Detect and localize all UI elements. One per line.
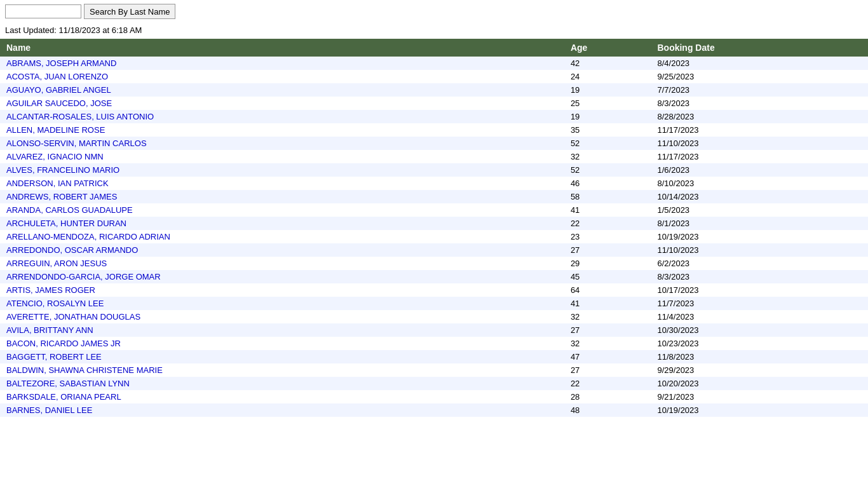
table-row: BARNES, DANIEL LEE4810/19/2023 — [0, 403, 868, 417]
inmate-link[interactable]: AVILA, BRITTANY ANN — [6, 325, 93, 335]
cell-name: ACOSTA, JUAN LORENZO — [0, 70, 564, 83]
cell-age: 19 — [564, 83, 651, 97]
table-row: ALCANTAR-ROSALES, LUIS ANTONIO198/28/202… — [0, 110, 868, 123]
inmate-link[interactable]: AGUILAR SAUCEDO, JOSE — [6, 98, 112, 108]
table-row: ARTIS, JAMES ROGER6410/17/2023 — [0, 283, 868, 297]
table-row: BACON, RICARDO JAMES JR3210/23/2023 — [0, 337, 868, 350]
cell-age: 64 — [564, 283, 651, 297]
cell-booking-date: 9/29/2023 — [651, 363, 868, 377]
cell-booking-date: 8/28/2023 — [651, 110, 868, 123]
cell-booking-date: 8/3/2023 — [651, 97, 868, 110]
inmate-link[interactable]: ARANDA, CARLOS GUADALUPE — [6, 205, 133, 215]
cell-booking-date: 9/21/2023 — [651, 390, 868, 403]
cell-name: AVILA, BRITTANY ANN — [0, 323, 564, 337]
table-row: ARANDA, CARLOS GUADALUPE411/5/2023 — [0, 203, 868, 217]
inmate-link[interactable]: BALTEZORE, SABASTIAN LYNN — [6, 379, 130, 388]
cell-booking-date: 7/7/2023 — [651, 83, 868, 97]
inmate-link[interactable]: ALVES, FRANCELINO MARIO — [6, 165, 119, 175]
cell-age: 35 — [564, 123, 651, 137]
cell-age: 32 — [564, 310, 651, 323]
cell-age: 27 — [564, 243, 651, 257]
cell-booking-date: 8/4/2023 — [651, 57, 868, 70]
inmate-link[interactable]: ABRAMS, JOSEPH ARMAND — [6, 58, 116, 68]
table-row: ARCHULETA, HUNTER DURAN228/1/2023 — [0, 217, 868, 230]
table-row: ANDREWS, ROBERT JAMES5810/14/2023 — [0, 190, 868, 203]
cell-booking-date: 8/3/2023 — [651, 270, 868, 283]
cell-booking-date: 10/19/2023 — [651, 403, 868, 417]
search-bar: Search By Last Name — [0, 0, 868, 23]
cell-age: 48 — [564, 403, 651, 417]
inmate-link[interactable]: ANDERSON, IAN PATRICK — [6, 179, 109, 188]
cell-name: ARCHULETA, HUNTER DURAN — [0, 217, 564, 230]
cell-booking-date: 11/7/2023 — [651, 297, 868, 310]
inmate-link[interactable]: ALONSO-SERVIN, MARTIN CARLOS — [6, 139, 147, 148]
inmate-link[interactable]: ALCANTAR-ROSALES, LUIS ANTONIO — [6, 112, 154, 121]
inmate-link[interactable]: ARELLANO-MENDOZA, RICARDO ADRIAN — [6, 232, 170, 241]
search-input[interactable] — [5, 4, 81, 18]
cell-name: AGUAYO, GABRIEL ANGEL — [0, 83, 564, 97]
cell-age: 27 — [564, 363, 651, 377]
cell-name: ALONSO-SERVIN, MARTIN CARLOS — [0, 137, 564, 150]
cell-age: 41 — [564, 203, 651, 217]
table-row: ARREDONDO, OSCAR ARMANDO2711/10/2023 — [0, 243, 868, 257]
inmate-link[interactable]: ACOSTA, JUAN LORENZO — [6, 72, 108, 81]
inmate-link[interactable]: BACON, RICARDO JAMES JR — [6, 339, 121, 348]
cell-age: 25 — [564, 97, 651, 110]
inmate-link[interactable]: ATENCIO, ROSALYN LEE — [6, 299, 104, 308]
cell-name: ALCANTAR-ROSALES, LUIS ANTONIO — [0, 110, 564, 123]
cell-booking-date: 8/1/2023 — [651, 217, 868, 230]
inmate-link[interactable]: ARREDONDO, OSCAR ARMANDO — [6, 245, 138, 255]
inmate-link[interactable]: ANDREWS, ROBERT JAMES — [6, 192, 117, 201]
table-row: BARKSDALE, ORIANA PEARL289/21/2023 — [0, 390, 868, 403]
inmate-link[interactable]: ALLEN, MADELINE ROSE — [6, 125, 105, 135]
inmate-link[interactable]: BAGGETT, ROBERT LEE — [6, 352, 102, 362]
cell-age: 42 — [564, 57, 651, 70]
inmate-link[interactable]: AVERETTE, JONATHAN DOUGLAS — [6, 312, 140, 322]
inmate-link[interactable]: ARTIS, JAMES ROGER — [6, 285, 95, 295]
cell-booking-date: 1/5/2023 — [651, 203, 868, 217]
header-age: Age — [564, 39, 651, 57]
cell-age: 29 — [564, 257, 651, 270]
inmates-table: Name Age Booking Date ABRAMS, JOSEPH ARM… — [0, 39, 868, 417]
inmate-link[interactable]: BALDWIN, SHAWNA CHRISTENE MARIE — [6, 365, 163, 375]
cell-age: 41 — [564, 297, 651, 310]
table-row: ACOSTA, JUAN LORENZO249/25/2023 — [0, 70, 868, 83]
cell-name: ARREGUIN, ARON JESUS — [0, 257, 564, 270]
table-row: BALDWIN, SHAWNA CHRISTENE MARIE279/29/20… — [0, 363, 868, 377]
table-row: ALVAREZ, IGNACIO NMN3211/17/2023 — [0, 150, 868, 163]
inmate-link[interactable]: BARKSDALE, ORIANA PEARL — [6, 392, 121, 402]
search-button[interactable]: Search By Last Name — [84, 4, 175, 19]
cell-age: 58 — [564, 190, 651, 203]
cell-booking-date: 8/10/2023 — [651, 177, 868, 190]
cell-booking-date: 11/17/2023 — [651, 150, 868, 163]
cell-name: BACON, RICARDO JAMES JR — [0, 337, 564, 350]
inmate-link[interactable]: ARREGUIN, ARON JESUS — [6, 259, 107, 268]
table-row: ARELLANO-MENDOZA, RICARDO ADRIAN2310/19/… — [0, 230, 868, 243]
inmate-link[interactable]: ARCHULETA, HUNTER DURAN — [6, 219, 126, 228]
cell-age: 46 — [564, 177, 651, 190]
cell-age: 23 — [564, 230, 651, 243]
cell-name: ARREDONDO, OSCAR ARMANDO — [0, 243, 564, 257]
table-row: ALONSO-SERVIN, MARTIN CARLOS5211/10/2023 — [0, 137, 868, 150]
table-row: ARREGUIN, ARON JESUS296/2/2023 — [0, 257, 868, 270]
inmate-link[interactable]: AGUAYO, GABRIEL ANGEL — [6, 85, 111, 95]
table-row: ANDERSON, IAN PATRICK468/10/2023 — [0, 177, 868, 190]
inmate-link[interactable]: ALVAREZ, IGNACIO NMN — [6, 152, 104, 161]
cell-name: ALLEN, MADELINE ROSE — [0, 123, 564, 137]
cell-age: 22 — [564, 217, 651, 230]
table-row: ATENCIO, ROSALYN LEE4111/7/2023 — [0, 297, 868, 310]
cell-age: 19 — [564, 110, 651, 123]
cell-name: BARKSDALE, ORIANA PEARL — [0, 390, 564, 403]
cell-age: 32 — [564, 337, 651, 350]
cell-booking-date: 9/25/2023 — [651, 70, 868, 83]
cell-name: ARANDA, CARLOS GUADALUPE — [0, 203, 564, 217]
cell-age: 22 — [564, 377, 651, 390]
cell-name: ARTIS, JAMES ROGER — [0, 283, 564, 297]
cell-booking-date: 11/17/2023 — [651, 123, 868, 137]
inmate-link[interactable]: BARNES, DANIEL LEE — [6, 405, 92, 415]
inmate-link[interactable]: ARRENDONDO-GARCIA, JORGE OMAR — [6, 272, 161, 281]
table-row: AGUILAR SAUCEDO, JOSE258/3/2023 — [0, 97, 868, 110]
cell-name: BALTEZORE, SABASTIAN LYNN — [0, 377, 564, 390]
cell-name: ABRAMS, JOSEPH ARMAND — [0, 57, 564, 70]
cell-name: ATENCIO, ROSALYN LEE — [0, 297, 564, 310]
